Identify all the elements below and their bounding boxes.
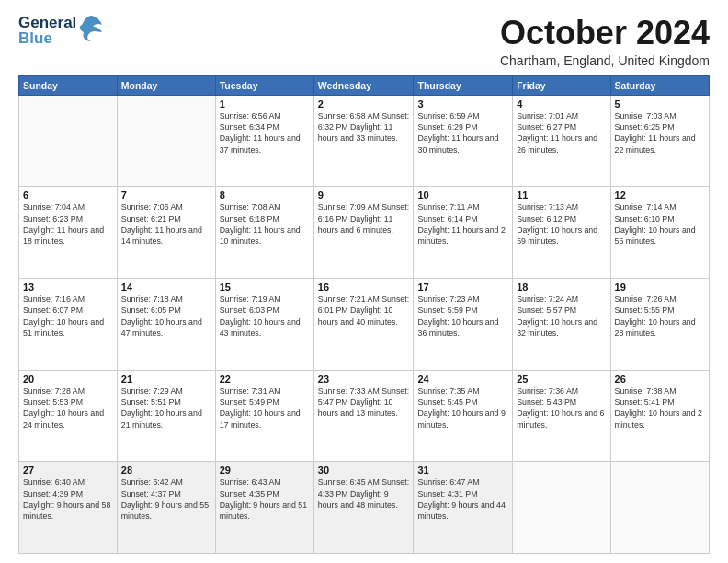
table-row: 21Sunrise: 7:29 AM Sunset: 5:51 PM Dayli… — [117, 370, 215, 462]
header-saturday: Saturday — [610, 75, 709, 95]
table-row: 25Sunrise: 7:36 AM Sunset: 5:43 PM Dayli… — [513, 370, 610, 462]
logo-bird-icon — [78, 14, 104, 43]
calendar-table: Sunday Monday Tuesday Wednesday Thursday… — [18, 75, 710, 554]
table-row: 15Sunrise: 7:19 AM Sunset: 6:03 PM Dayli… — [215, 278, 313, 370]
table-row: 17Sunrise: 7:23 AM Sunset: 5:59 PM Dayli… — [414, 278, 513, 370]
table-row — [117, 95, 215, 187]
table-row: 3Sunrise: 6:59 AM Sunset: 6:29 PM Daylig… — [414, 95, 513, 187]
table-row: 13Sunrise: 7:16 AM Sunset: 6:07 PM Dayli… — [19, 278, 118, 370]
table-row: 23Sunrise: 7:33 AM Sunset: 5:47 PM Dayli… — [313, 370, 414, 462]
table-row: 1Sunrise: 6:56 AM Sunset: 6:34 PM Daylig… — [215, 95, 313, 187]
logo-blue: Blue — [18, 30, 76, 46]
table-row — [610, 462, 709, 554]
table-row: 18Sunrise: 7:24 AM Sunset: 5:57 PM Dayli… — [513, 278, 610, 370]
table-row: 14Sunrise: 7:18 AM Sunset: 6:05 PM Dayli… — [117, 278, 215, 370]
header-wednesday: Wednesday — [313, 75, 414, 95]
header-monday: Monday — [117, 75, 215, 95]
page: General Blue October 2024 Chartham, Engl… — [0, 0, 728, 563]
header-friday: Friday — [513, 75, 610, 95]
table-row: 2Sunrise: 6:58 AM Sunset: 6:32 PM Daylig… — [313, 95, 414, 187]
table-row: 26Sunrise: 7:38 AM Sunset: 5:41 PM Dayli… — [610, 370, 709, 462]
table-row: 7Sunrise: 7:06 AM Sunset: 6:21 PM Daylig… — [117, 187, 215, 279]
header-tuesday: Tuesday — [215, 75, 313, 95]
table-row: 9Sunrise: 7:09 AM Sunset: 6:16 PM Daylig… — [313, 187, 414, 279]
table-row: 29Sunrise: 6:43 AM Sunset: 4:35 PM Dayli… — [215, 462, 313, 554]
location: Chartham, England, United Kingdom — [500, 53, 710, 68]
header-sunday: Sunday — [19, 75, 118, 95]
table-row: 12Sunrise: 7:14 AM Sunset: 6:10 PM Dayli… — [610, 187, 709, 279]
table-row: 27Sunrise: 6:40 AM Sunset: 4:39 PM Dayli… — [19, 462, 118, 554]
title-area: October 2024 Chartham, England, United K… — [500, 15, 710, 68]
table-row: 16Sunrise: 7:21 AM Sunset: 6:01 PM Dayli… — [313, 278, 414, 370]
table-row — [513, 462, 610, 554]
logo: General Blue — [18, 15, 104, 46]
table-row: 8Sunrise: 7:08 AM Sunset: 6:18 PM Daylig… — [215, 187, 313, 279]
table-row: 24Sunrise: 7:35 AM Sunset: 5:45 PM Dayli… — [414, 370, 513, 462]
table-row: 4Sunrise: 7:01 AM Sunset: 6:27 PM Daylig… — [513, 95, 610, 187]
table-row: 20Sunrise: 7:28 AM Sunset: 5:53 PM Dayli… — [19, 370, 118, 462]
calendar-header-row: Sunday Monday Tuesday Wednesday Thursday… — [19, 75, 710, 95]
table-row: 6Sunrise: 7:04 AM Sunset: 6:23 PM Daylig… — [19, 187, 118, 279]
header: General Blue October 2024 Chartham, Engl… — [18, 15, 710, 68]
table-row: 22Sunrise: 7:31 AM Sunset: 5:49 PM Dayli… — [215, 370, 313, 462]
table-row: 10Sunrise: 7:11 AM Sunset: 6:14 PM Dayli… — [414, 187, 513, 279]
month-title: October 2024 — [500, 15, 710, 52]
table-row: 31Sunrise: 6:47 AM Sunset: 4:31 PM Dayli… — [414, 462, 513, 554]
table-row: 19Sunrise: 7:26 AM Sunset: 5:55 PM Dayli… — [610, 278, 709, 370]
header-thursday: Thursday — [414, 75, 513, 95]
table-row — [19, 95, 118, 187]
table-row: 11Sunrise: 7:13 AM Sunset: 6:12 PM Dayli… — [513, 187, 610, 279]
logo-general: General — [18, 15, 76, 30]
table-row: 28Sunrise: 6:42 AM Sunset: 4:37 PM Dayli… — [117, 462, 215, 554]
table-row: 30Sunrise: 6:45 AM Sunset: 4:33 PM Dayli… — [313, 462, 414, 554]
table-row: 5Sunrise: 7:03 AM Sunset: 6:25 PM Daylig… — [610, 95, 709, 187]
